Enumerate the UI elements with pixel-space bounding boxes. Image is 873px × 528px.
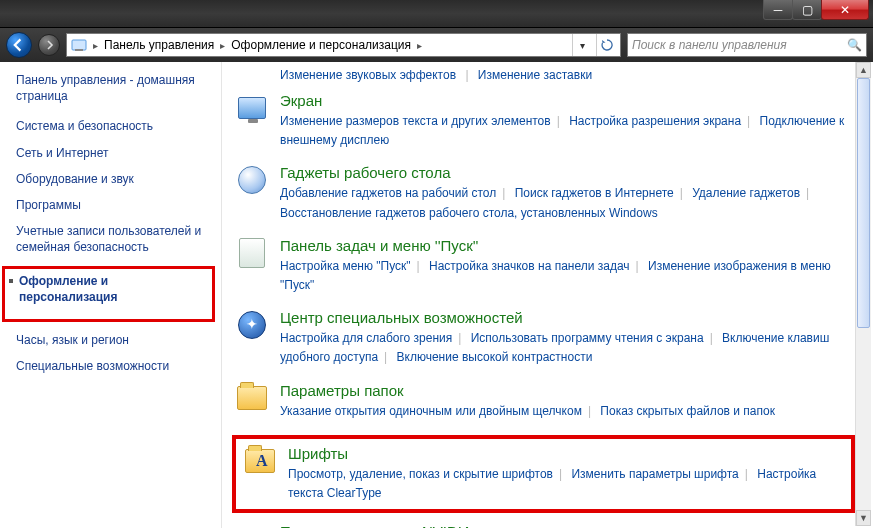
link-low-vision[interactable]: Настройка для слабого зрения [280,331,452,345]
sidebar-item-system-security[interactable]: Система и безопасность [16,118,209,134]
nav-back-button[interactable] [6,32,32,58]
sidebar-item-programs[interactable]: Программы [16,197,209,213]
link-view-fonts[interactable]: Просмотр, удаление, показ и скрытие шриф… [288,467,553,481]
link-screen-reader[interactable]: Использовать программу чтения с экрана [471,331,704,345]
refresh-button[interactable] [596,34,616,56]
sidebar-home-link[interactable]: Панель управления - домашняя страница [16,72,209,104]
category-title[interactable]: Экран [280,92,855,109]
folder-icon [236,382,268,414]
accessibility-icon [236,309,268,341]
link-text-size[interactable]: Изменение размеров текста и других элеме… [280,114,551,128]
category-title[interactable]: Панель задач и меню ''Пуск'' [280,237,855,254]
sidebar-item-ease-of-access[interactable]: Специальные возможности [16,358,209,374]
arrow-right-icon [44,40,54,50]
category-title[interactable]: Центр специальных возможностей [280,309,855,326]
category-taskbar: Панель задач и меню ''Пуск'' Настройка м… [236,237,855,295]
category-fonts: A Шрифты Просмотр, удаление, показ и скр… [244,445,843,503]
category-ease-of-access: Центр специальных возможностей Настройка… [236,309,855,367]
category-list: Изменение звуковых эффектов | Изменение … [222,62,873,528]
link-high-contrast[interactable]: Включение высокой контрастности [397,350,593,364]
window-buttons: ─ ▢ ✕ [764,0,869,20]
search-icon: 🔍 [847,38,862,52]
sidebar-item-appearance-current: Оформление и персонализация [19,273,206,305]
link-restore-gadgets[interactable]: Восстановление гаджетов рабочего стола, … [280,206,658,220]
scroll-up-button[interactable]: ▲ [856,62,871,78]
category-title[interactable]: Гаджеты рабочего стола [280,164,855,181]
search-input[interactable]: Поиск в панели управления 🔍 [627,33,867,57]
refresh-icon [601,39,613,51]
category-title[interactable]: Панель управления NVIDIA [280,523,855,528]
sidebar-navigation: Панель управления - домашняя страница Си… [0,62,222,528]
link-font-settings[interactable]: Изменить параметры шрифта [571,467,738,481]
address-toolbar: ▸ Панель управления ▸ Оформление и персо… [0,28,873,62]
nvidia-icon [236,523,268,528]
scroll-down-button[interactable]: ▼ [856,510,871,526]
personalization-trailing-links: Изменение звуковых эффектов | Изменение … [236,68,855,82]
link-remove-gadgets[interactable]: Удаление гаджетов [692,186,800,200]
chevron-right-icon: ▸ [218,40,227,51]
highlight-box-sidebar: Оформление и персонализация [2,266,215,322]
category-nvidia: Панель управления NVIDIA [236,523,855,528]
link-start-menu[interactable]: Настройка меню "Пуск" [280,259,411,273]
category-gadgets: Гаджеты рабочего стола Добавление гаджет… [236,164,855,222]
fonts-icon: A [244,445,276,477]
control-panel-icon [71,37,87,53]
address-breadcrumb[interactable]: ▸ Панель управления ▸ Оформление и персо… [66,33,621,57]
breadcrumb-item[interactable]: Оформление и персонализация [231,38,411,52]
current-bullet-icon [9,279,13,283]
breadcrumb-item[interactable]: Панель управления [104,38,214,52]
category-folder-options: Параметры папок Указание открытия одиноч… [236,382,855,421]
sidebar-item-user-accounts[interactable]: Учетные записи пользователей и семейная … [16,223,209,255]
arrow-left-icon [12,38,26,52]
sidebar-item-network[interactable]: Сеть и Интернет [16,145,209,161]
sidebar-item-hardware-sound[interactable]: Оборудование и звук [16,171,209,187]
maximize-button[interactable]: ▢ [792,0,822,20]
minimize-button[interactable]: ─ [763,0,793,20]
svg-rect-0 [72,40,86,50]
sidebar-item-clock-language[interactable]: Часы, язык и регион [16,332,209,348]
scroll-track[interactable] [856,78,871,510]
taskbar-icon [236,237,268,269]
nav-forward-button[interactable] [38,34,60,56]
link-resolution[interactable]: Настройка разрешения экрана [569,114,741,128]
main-content-area: Панель управления - домашняя страница Си… [0,62,873,528]
monitor-icon [236,92,268,124]
search-placeholder: Поиск в панели управления [632,38,787,52]
link-taskbar-icons[interactable]: Настройка значков на панели задач [429,259,630,273]
category-display: Экран Изменение размеров текста и других… [236,92,855,150]
window-titlebar: ─ ▢ ✕ [0,0,873,28]
link-sound-effects[interactable]: Изменение звуковых эффектов [280,68,456,82]
category-title[interactable]: Параметры папок [280,382,855,399]
chevron-right-icon: ▸ [415,40,424,51]
link-screensaver[interactable]: Изменение заставки [478,68,592,82]
highlight-box-fonts: A Шрифты Просмотр, удаление, показ и скр… [232,435,855,513]
link-find-gadgets[interactable]: Поиск гаджетов в Интернете [515,186,674,200]
svg-rect-1 [75,49,83,51]
gadget-icon [236,164,268,196]
link-add-gadgets[interactable]: Добавление гаджетов на рабочий стол [280,186,496,200]
category-title[interactable]: Шрифты [288,445,843,462]
link-hidden-files[interactable]: Показ скрытых файлов и папок [600,404,775,418]
close-button[interactable]: ✕ [821,0,869,20]
vertical-scrollbar[interactable]: ▲ ▼ [855,62,871,526]
chevron-right-icon: ▸ [91,40,100,51]
scroll-thumb[interactable] [857,78,870,328]
link-click-mode[interactable]: Указание открытия одиночным или двойным … [280,404,582,418]
history-dropdown-button[interactable]: ▾ [572,34,592,56]
